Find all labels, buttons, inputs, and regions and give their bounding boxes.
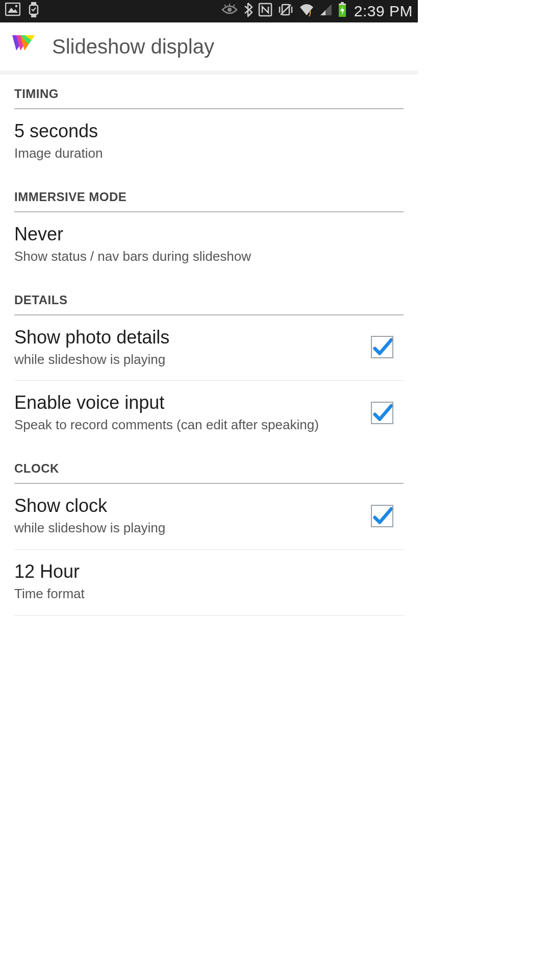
pref-show-clock[interactable]: Show clock while slideshow is playing	[14, 484, 404, 550]
svg-line-9	[233, 5, 235, 7]
picture-notification-icon	[5, 3, 20, 20]
vibrate-silent-icon	[278, 3, 294, 20]
pref-title: 12 Hour	[14, 561, 393, 582]
pref-summary: Image duration	[14, 145, 393, 162]
section-header-clock: CLOCK	[14, 446, 404, 484]
watch-notification-icon	[28, 2, 40, 21]
checkbox-enable-voice-input[interactable]	[371, 402, 393, 424]
battery-charging-icon	[338, 2, 347, 21]
cell-signal-icon	[319, 3, 333, 20]
pref-immersive-mode[interactable]: Never Show status / nav bars during slid…	[14, 212, 404, 278]
pref-title: Enable voice input	[14, 392, 361, 413]
svg-rect-5	[31, 15, 36, 17]
svg-marker-17	[320, 4, 332, 15]
svg-line-8	[224, 5, 226, 7]
eye-icon	[221, 4, 238, 19]
nfc-icon	[258, 3, 272, 20]
checkbox-show-photo-details[interactable]	[371, 336, 393, 358]
svg-rect-19	[341, 2, 344, 4]
svg-point-2	[15, 5, 18, 7]
svg-point-6	[228, 8, 232, 12]
app-logo-icon	[9, 32, 38, 61]
pref-summary: Speak to record comments (can edit after…	[14, 416, 361, 434]
wifi-icon	[299, 3, 314, 20]
pref-title: 5 seconds	[14, 120, 393, 142]
pref-summary: while slideshow is playing	[14, 520, 361, 537]
bluetooth-icon	[243, 2, 253, 21]
pref-title: Show photo details	[14, 327, 361, 348]
pref-summary: Time format	[14, 585, 393, 603]
status-bar: 2:39 PM	[0, 0, 418, 22]
section-header-timing: TIMING	[14, 84, 404, 109]
action-bar: Slideshow display	[0, 22, 418, 71]
checkbox-show-clock[interactable]	[371, 505, 393, 527]
pref-title: Show clock	[14, 495, 361, 517]
svg-rect-0	[6, 3, 20, 15]
pref-image-duration[interactable]: 5 seconds Image duration	[14, 109, 404, 175]
section-header-immersive: IMMERSIVE MODE	[14, 175, 404, 212]
svg-rect-4	[31, 2, 36, 5]
settings-list: TIMING 5 seconds Image duration IMMERSIV…	[0, 84, 418, 616]
pref-show-photo-details[interactable]: Show photo details while slideshow is pl…	[14, 315, 404, 381]
svg-marker-18	[320, 10, 325, 15]
status-clock: 2:39 PM	[354, 3, 413, 20]
page-title: Slideshow display	[52, 35, 214, 58]
svg-rect-16	[310, 10, 311, 14]
svg-marker-1	[8, 8, 18, 13]
pref-summary: while slideshow is playing	[14, 351, 361, 369]
pref-title: Never	[14, 224, 393, 245]
pref-enable-voice-input[interactable]: Enable voice input Speak to record comme…	[14, 381, 404, 446]
section-header-details: DETAILS	[14, 278, 404, 315]
pref-time-format[interactable]: 12 Hour Time format	[14, 550, 404, 616]
pref-summary: Show status / nav bars during slideshow	[14, 248, 393, 265]
